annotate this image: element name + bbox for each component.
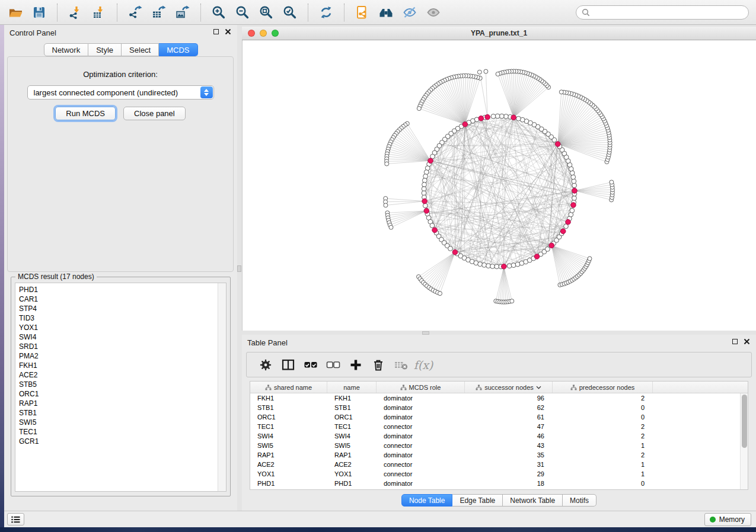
vertical-splitter-grip[interactable]	[237, 265, 241, 272]
export-image-button[interactable]	[171, 2, 194, 23]
mcds-result-list[interactable]: PHD1CAR1STP4TID3YOX1SWI4SRD1PMA2FKH1ACE2…	[15, 283, 227, 492]
network-node[interactable]	[448, 246, 453, 251]
mcds-result-item[interactable]: FKH1	[15, 361, 217, 370]
table-row[interactable]: ACE2ACE2connector311	[250, 460, 740, 469]
tab-network[interactable]: Network	[43, 43, 88, 56]
network-node[interactable]	[482, 263, 487, 268]
mcds-hub-node[interactable]	[502, 264, 507, 270]
mcds-result-item[interactable]: ACE2	[15, 370, 217, 380]
column-header-successor-nodes[interactable]: successor nodes	[465, 382, 553, 393]
network-node[interactable]	[495, 264, 499, 269]
zoom-fit-button[interactable]	[254, 2, 278, 23]
close-window-icon[interactable]	[248, 30, 255, 37]
network-node[interactable]	[423, 203, 428, 208]
network-leaf-node[interactable]	[477, 70, 481, 74]
mcds-hub-node[interactable]	[422, 198, 428, 204]
network-node[interactable]	[422, 187, 426, 191]
table-row[interactable]: SWI5SWI5connector431	[250, 441, 740, 450]
mcds-hub-node[interactable]	[424, 209, 429, 214]
import-table-button[interactable]	[87, 2, 111, 23]
add-button[interactable]	[344, 355, 367, 375]
find-button[interactable]	[374, 2, 398, 23]
mcds-result-item[interactable]: STB1	[15, 408, 217, 418]
table-scrollbar-thumb[interactable]	[742, 395, 747, 448]
close-panel-button[interactable]: Close panel	[123, 107, 186, 120]
mcds-result-item[interactable]: PHD1	[15, 285, 217, 294]
mcds-hub-node[interactable]	[572, 188, 578, 194]
column-header-shared-name[interactable]: shared name	[250, 382, 327, 393]
open-file-button[interactable]	[4, 2, 27, 23]
network-node[interactable]	[572, 179, 576, 184]
zoom-out-button[interactable]	[231, 2, 254, 23]
network-node[interactable]	[423, 174, 428, 179]
tab-style[interactable]: Style	[88, 43, 122, 56]
mcds-result-item[interactable]: SWI5	[15, 418, 217, 427]
mcds-result-item[interactable]: SWI4	[15, 332, 217, 342]
mcds-hub-node[interactable]	[534, 254, 540, 259]
mcds-hub-node[interactable]	[428, 158, 433, 164]
task-history-button[interactable]	[7, 513, 24, 525]
minimize-window-icon[interactable]	[260, 30, 267, 37]
mcds-hub-node[interactable]	[485, 114, 490, 120]
deselect-all-button[interactable]	[322, 355, 344, 375]
network-node[interactable]	[499, 114, 504, 118]
network-leaf-node[interactable]	[496, 72, 500, 76]
close-table-panel-icon[interactable]	[744, 338, 750, 345]
mcds-result-item[interactable]: YOX1	[15, 323, 217, 332]
table-row[interactable]: STB1STB1dominator620	[250, 403, 740, 412]
tab-network-table[interactable]: Network Table	[503, 494, 563, 507]
mcds-result-item[interactable]: PMA2	[15, 351, 217, 361]
mcds-hub-node[interactable]	[452, 249, 458, 255]
network-node[interactable]	[490, 264, 495, 269]
table-row[interactable]: ORC1ORC1dominator610	[250, 412, 740, 422]
network-node[interactable]	[430, 223, 435, 228]
network-node[interactable]	[572, 196, 577, 201]
mcds-result-item[interactable]: TID3	[15, 313, 217, 323]
criterion-dropdown[interactable]: largest connected component (undirected)	[27, 85, 214, 100]
column-header-name[interactable]: name	[327, 382, 377, 393]
mcds-hub-node[interactable]	[511, 115, 516, 120]
mcds-hub-node[interactable]	[560, 229, 566, 234]
mcds-result-item[interactable]: RAP1	[15, 399, 217, 408]
import-network-button[interactable]	[63, 2, 87, 23]
select-all-button[interactable]	[299, 355, 322, 375]
float-panel-icon[interactable]	[213, 29, 219, 34]
zoom-in-button[interactable]	[207, 2, 231, 23]
share-document-button[interactable]	[350, 2, 374, 23]
tab-motifs[interactable]: Motifs	[563, 494, 596, 507]
mcds-hub-node[interactable]	[432, 227, 438, 233]
network-leaf-node[interactable]	[588, 257, 592, 261]
close-panel-icon[interactable]	[225, 28, 231, 35]
network-leaf-node[interactable]	[484, 69, 488, 73]
network-node[interactable]	[491, 114, 496, 119]
network-leaf-node[interactable]	[559, 90, 563, 94]
mcds-result-item[interactable]: ORC1	[15, 389, 217, 399]
search-input[interactable]	[593, 8, 743, 17]
mcds-hub-node[interactable]	[566, 219, 571, 225]
network-node[interactable]	[572, 183, 577, 188]
show-columns-button[interactable]	[277, 355, 299, 375]
network-node[interactable]	[516, 116, 521, 121]
mcds-hub-node[interactable]	[555, 142, 560, 147]
mcds-result-item[interactable]: TEC1	[15, 427, 217, 437]
tab-select[interactable]: Select	[122, 43, 159, 56]
float-table-panel-icon[interactable]	[732, 339, 738, 344]
table-row[interactable]: TEC1TEC1connector472	[250, 422, 740, 431]
network-node[interactable]	[495, 114, 500, 118]
network-node[interactable]	[571, 175, 576, 180]
mcds-hub-node[interactable]	[479, 116, 484, 121]
network-graph[interactable]	[243, 40, 756, 331]
run-mcds-button[interactable]: Run MCDS	[55, 107, 116, 120]
tab-mcds[interactable]: MCDS	[159, 43, 197, 56]
mcds-result-item[interactable]: GCR1	[15, 437, 217, 446]
table-row[interactable]: PHD1PHD1dominator180	[250, 479, 740, 488]
table-scrollbar[interactable]	[740, 393, 748, 489]
column-header-predecessor-nodes[interactable]: predecessor nodes	[553, 382, 653, 393]
network-node[interactable]	[504, 114, 509, 119]
hide-selected-button[interactable]	[398, 2, 422, 23]
network-leaf-node[interactable]	[385, 162, 389, 166]
zoom-selected-button[interactable]	[278, 2, 302, 23]
mcds-result-item[interactable]: SRD1	[15, 342, 217, 351]
save-session-button[interactable]	[27, 2, 51, 23]
network-node[interactable]	[570, 209, 575, 213]
